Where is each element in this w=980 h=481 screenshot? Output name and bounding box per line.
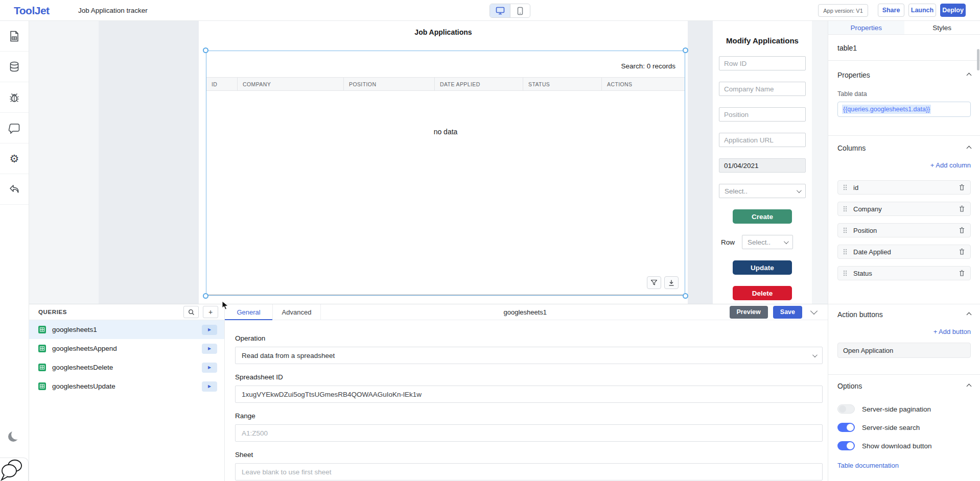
add-button-link[interactable]: + Add button xyxy=(837,328,971,335)
date-applied-picker[interactable] xyxy=(719,158,806,173)
app-title[interactable]: Job Application tracker xyxy=(78,7,148,14)
server-side-pagination-toggle[interactable] xyxy=(837,404,855,414)
application-url-input[interactable] xyxy=(719,133,806,147)
drag-handle-icon[interactable] xyxy=(843,249,847,255)
row-id-input[interactable] xyxy=(719,56,806,70)
gear-icon: ⚙ xyxy=(10,153,19,164)
launch-button[interactable]: Launch xyxy=(908,4,936,17)
spreadsheet-id-input[interactable] xyxy=(235,386,823,403)
status-select[interactable]: Select.. xyxy=(719,184,806,198)
sidebar-item-comments[interactable] xyxy=(0,113,29,143)
trash-icon[interactable] xyxy=(959,184,965,191)
column-item[interactable]: Status xyxy=(837,266,971,280)
server-side-search-toggle[interactable] xyxy=(837,423,855,432)
download-button[interactable] xyxy=(664,276,679,289)
table-data-code-input[interactable]: {{queries.googlesheets1.data}} xyxy=(837,102,971,117)
action-button-item[interactable]: Open Application xyxy=(837,343,971,358)
columns-section: Columns + Add column id Company Position xyxy=(828,136,980,304)
column-item[interactable]: Position xyxy=(837,223,971,237)
resize-handle-top-left[interactable] xyxy=(203,47,208,53)
filter-button[interactable] xyxy=(647,276,661,289)
add-query-button[interactable]: + xyxy=(203,306,218,318)
tab-properties[interactable]: Properties xyxy=(828,21,904,34)
position-input[interactable] xyxy=(719,107,806,122)
column-item[interactable]: Date Applied xyxy=(837,245,971,259)
sidebar-item-settings[interactable]: ⚙ xyxy=(0,143,29,174)
run-query-button[interactable]: ▶ xyxy=(202,363,217,373)
query-list-item[interactable]: googlesheetsAppend ▶ xyxy=(29,339,224,358)
sidebar-item-inspector[interactable] xyxy=(0,21,29,52)
company-name-input[interactable] xyxy=(719,82,806,96)
dark-mode-toggle-moon-icon[interactable] xyxy=(11,429,21,440)
database-icon xyxy=(9,61,20,73)
range-input[interactable] xyxy=(235,424,823,442)
share-button[interactable]: Share xyxy=(878,4,904,17)
canvas-workspace[interactable]: Job Applications Search: 0 records ID CO… xyxy=(29,21,828,481)
resize-handle-top-right[interactable] xyxy=(683,47,688,53)
trash-icon[interactable] xyxy=(959,248,965,255)
action-buttons-section-header[interactable]: Action buttons xyxy=(837,310,971,319)
column-header-id[interactable]: ID xyxy=(206,78,237,90)
sidebar-item-undo[interactable] xyxy=(0,174,29,205)
tab-styles[interactable]: Styles xyxy=(904,21,980,34)
update-button[interactable]: Update xyxy=(733,260,792,275)
save-button[interactable]: Save xyxy=(773,306,802,319)
column-header-position[interactable]: POSITION xyxy=(343,78,434,90)
query-name: googlesheetsUpdate xyxy=(52,382,202,390)
delete-button[interactable]: Delete xyxy=(733,286,792,300)
drag-handle-icon[interactable] xyxy=(843,206,847,212)
query-list-item[interactable]: googlesheets1 ▶ xyxy=(29,320,224,339)
add-column-link[interactable]: + Add column xyxy=(837,161,971,169)
device-layout-toggle xyxy=(489,4,530,18)
column-header-actions[interactable]: ACTIONS xyxy=(601,78,685,90)
run-query-button[interactable]: ▶ xyxy=(202,344,217,354)
query-list-item[interactable]: googlesheetsDelete ▶ xyxy=(29,358,224,377)
table-widget[interactable]: Search: 0 records ID COMPANY POSITION DA… xyxy=(206,51,685,296)
column-header-date-applied[interactable]: DATE APPLIED xyxy=(434,78,523,90)
mobile-layout-button[interactable] xyxy=(510,4,530,17)
sidebar-item-datasources[interactable] xyxy=(0,52,29,82)
options-section-header[interactable]: Options xyxy=(837,382,971,390)
tab-advanced[interactable]: Advanced xyxy=(273,304,321,320)
support-chat-widget[interactable] xyxy=(0,458,29,481)
row-select[interactable]: Select.. xyxy=(742,235,793,249)
tab-general[interactable]: General xyxy=(225,304,273,320)
app-version-badge[interactable]: App version: V1 xyxy=(818,4,868,17)
column-item[interactable]: Company xyxy=(837,202,971,216)
trash-icon[interactable] xyxy=(959,270,965,277)
column-item[interactable]: id xyxy=(837,180,971,195)
table-documentation-link[interactable]: Table documentation xyxy=(828,455,980,469)
drag-handle-icon[interactable] xyxy=(843,227,847,233)
show-download-button-toggle[interactable] xyxy=(837,441,855,450)
collapse-panel-chevron-icon[interactable] xyxy=(810,307,818,315)
run-query-button[interactable]: ▶ xyxy=(202,381,217,392)
run-query-button[interactable]: ▶ xyxy=(202,325,217,335)
resize-handle-bottom-left[interactable] xyxy=(203,293,208,299)
column-header-status[interactable]: STATUS xyxy=(523,78,601,90)
query-editor-title[interactable]: googlesheets1 xyxy=(321,304,730,320)
properties-section-header[interactable]: Properties xyxy=(837,71,971,79)
sheet-input[interactable] xyxy=(235,463,823,480)
desktop-layout-button[interactable] xyxy=(490,4,510,17)
desktop-icon xyxy=(496,7,505,15)
trash-icon[interactable] xyxy=(959,227,965,234)
trash-icon[interactable] xyxy=(959,205,965,212)
drag-handle-icon[interactable] xyxy=(843,270,847,276)
sidebar-item-debugger[interactable] xyxy=(0,82,29,113)
selected-widget-name[interactable]: table1 xyxy=(828,35,980,61)
inspector-scrollbar[interactable] xyxy=(977,49,979,70)
column-header-company[interactable]: COMPANY xyxy=(237,78,343,90)
preview-button[interactable]: Preview xyxy=(730,306,768,319)
tooljet-logo[interactable]: ToolJet xyxy=(14,5,50,17)
deploy-button[interactable]: Deploy xyxy=(940,4,966,17)
query-list-item[interactable]: googlesheetsUpdate ▶ xyxy=(29,377,224,396)
operation-select[interactable]: Read data from a spreadsheet xyxy=(235,347,823,364)
column-item-label: Position xyxy=(853,227,959,234)
resize-handle-bottom-right[interactable] xyxy=(683,293,688,299)
drag-handle-icon[interactable] xyxy=(843,184,847,190)
columns-section-header[interactable]: Columns xyxy=(837,144,971,152)
query-search-button[interactable] xyxy=(183,306,199,318)
create-button[interactable]: Create xyxy=(733,209,792,224)
app-canvas[interactable]: Job Applications Search: 0 records ID CO… xyxy=(99,21,759,304)
left-sidebar: ⚙ xyxy=(0,21,29,481)
